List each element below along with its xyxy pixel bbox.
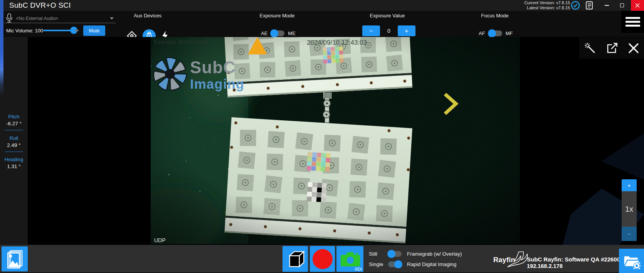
telemetry-sidebar: Pitch -6.27 ° Roll 2.49 ° Heading 1.31 ° xyxy=(0,37,28,245)
stream-protocol-label: UDP xyxy=(154,237,166,243)
maximize-button[interactable] xyxy=(615,0,629,11)
video-timestamp: 2024/09/10 12:43:03 xyxy=(307,39,367,47)
hamburger-icon xyxy=(626,25,640,27)
version-info: Current Version: v7.8.15 Latest Version:… xyxy=(524,0,570,10)
scene-3d-button[interactable] xyxy=(282,246,308,272)
watermark-text-imaging: Imaging xyxy=(190,76,244,92)
toggle-knob xyxy=(394,260,402,268)
toolbar: <No External Audio> Mic Volume: 100 Mute… xyxy=(0,11,644,37)
exposure-mode-me-label: ME xyxy=(288,30,296,36)
pitch-readout: Pitch -6.27 ° xyxy=(0,114,28,126)
exposure-increase-button[interactable]: + xyxy=(398,25,415,36)
rayfin-logo-swoosh xyxy=(507,250,530,268)
zoom-in-button[interactable]: + xyxy=(622,179,637,191)
media-gallery-button[interactable] xyxy=(2,246,28,271)
exposure-value-label: Exposure Value xyxy=(356,13,418,19)
video-text-overlay: Example TextOverlay xyxy=(154,39,208,45)
main-area: Pitch -6.27 ° Roll 2.49 ° Heading 1.31 ° xyxy=(0,37,644,245)
wand-icon[interactable] xyxy=(584,42,596,54)
hamburger-icon xyxy=(626,21,640,23)
app-window: SubC DVR+O SCI Current Version: v7.8.15 … xyxy=(0,0,644,273)
pitch-label: Pitch xyxy=(0,114,28,120)
window-edge-glow xyxy=(0,0,3,96)
background-shape xyxy=(601,133,644,180)
heading-value: 1.31 ° xyxy=(0,163,28,169)
framegrab-label: Framegrab (w/ Overlay) xyxy=(407,251,462,257)
camera-feed[interactable]: Example TextOverlay 2024/09/10 12:43:03 … xyxy=(151,37,520,244)
external-link-icon[interactable] xyxy=(606,42,618,54)
roll-value: 2.49 ° xyxy=(0,142,28,148)
close-button[interactable] xyxy=(631,0,644,11)
minimize-button[interactable] xyxy=(600,0,613,11)
zoom-level: 1x xyxy=(622,191,637,227)
title-bar: SubC DVR+O SCI Current Version: v7.8.15 … xyxy=(0,0,644,11)
aux-devices-label: Aux Devices xyxy=(117,13,178,19)
cube-icon xyxy=(284,248,306,270)
record-icon xyxy=(313,249,333,269)
photo-gallery-icon xyxy=(6,249,24,269)
file-manager-button[interactable] xyxy=(619,249,644,273)
still-framegrab-toggle[interactable] xyxy=(388,251,402,257)
exposure-value: 0 xyxy=(385,28,393,34)
single-rdi-toggle[interactable] xyxy=(388,261,402,267)
divider xyxy=(5,152,23,152)
warning-triangle-overlay xyxy=(248,37,267,54)
changelog-icon[interactable] xyxy=(585,1,594,10)
slider-knob[interactable] xyxy=(70,27,77,34)
exposure-decrease-button[interactable]: − xyxy=(362,25,380,36)
aperture-icon xyxy=(151,56,188,93)
close-overlay-icon[interactable] xyxy=(628,42,639,54)
folder-settings-icon xyxy=(623,253,641,269)
window-title: SubC DVR+O SCI xyxy=(9,1,71,10)
rdi-label: RDI xyxy=(355,267,362,271)
chevron-right-marker xyxy=(444,93,460,116)
divider xyxy=(5,130,23,130)
mic-volume-label: Mic Volume: 100 xyxy=(6,28,43,34)
zoom-control: + 1x − xyxy=(622,179,637,241)
focus-mode-toggle[interactable] xyxy=(489,30,502,36)
exposure-mode-label: Exposure Mode xyxy=(246,13,308,19)
device-ip: 192.168.2.178 xyxy=(527,263,563,269)
record-button[interactable] xyxy=(310,246,335,272)
still-label: Still xyxy=(369,251,383,257)
device-name: SubC Rayfin: Software QA #22600 v4.... xyxy=(527,256,635,263)
heading-readout: Heading 1.31 ° xyxy=(0,157,28,169)
toggle-knob xyxy=(270,29,278,37)
mute-button[interactable]: Mute xyxy=(83,25,105,36)
close-icon xyxy=(635,3,640,8)
audio-device-value: <No External Audio> xyxy=(16,16,110,21)
mic-volume-slider[interactable] xyxy=(43,30,79,31)
watermark-text-subc: SubC xyxy=(190,58,236,77)
heading-label: Heading xyxy=(0,157,28,162)
menu-button[interactable] xyxy=(621,11,644,33)
toggle-knob xyxy=(387,250,395,258)
zoom-out-button[interactable]: − xyxy=(622,227,637,241)
rapid-digital-imaging-label: Rapid Digital Imaging xyxy=(407,261,456,267)
exposure-mode-ae-label: AE xyxy=(261,30,267,36)
subc-watermark: SubC Imaging xyxy=(151,55,252,97)
focus-mode-label: Focus Mode xyxy=(464,13,526,19)
roll-readout: Roll 2.49 ° xyxy=(0,135,28,148)
roll-label: Roll xyxy=(0,135,28,141)
latest-version: Latest Version: v7.8.15 xyxy=(524,5,570,10)
exposure-mode-toggle[interactable] xyxy=(271,30,284,36)
camera-icon xyxy=(339,250,361,268)
audio-device-dropdown[interactable]: <No External Audio> xyxy=(4,14,116,23)
update-check-icon[interactable] xyxy=(571,1,580,10)
single-label: Single xyxy=(369,261,383,267)
hamburger-icon xyxy=(626,17,640,19)
current-version: Current Version: v7.8.15 xyxy=(524,0,570,5)
maximize-icon xyxy=(620,3,624,7)
focus-mode-mf-label: MF xyxy=(506,30,513,36)
overlay-tool-panel xyxy=(579,37,644,59)
toggle-knob xyxy=(488,29,496,37)
dropdown-caret-icon xyxy=(110,17,114,20)
focus-mode-af-label: AF xyxy=(479,30,485,36)
minimize-icon xyxy=(605,5,609,6)
pitch-value: -6.27 ° xyxy=(0,121,28,126)
rdi-capture-button[interactable]: RDI xyxy=(336,246,363,272)
bottom-bar: RDI Still Framegrab (w/ Overlay) Single … xyxy=(0,245,644,273)
